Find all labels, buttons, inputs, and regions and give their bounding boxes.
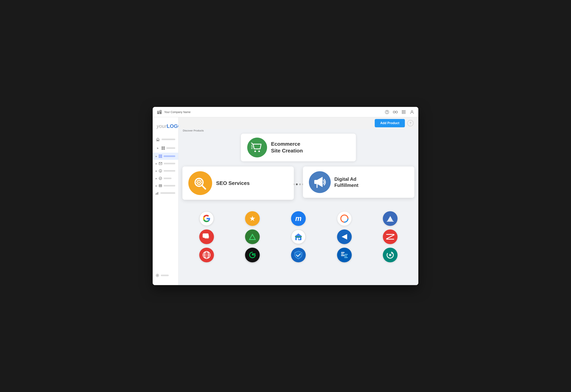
svg-point-53 [198,182,200,183]
logo-your: your [157,123,167,129]
header-help-icon[interactable]: ? [407,120,414,126]
seo-title: SEO Services [216,180,250,186]
brand-star[interactable]: ★ [245,211,260,226]
user-icon[interactable] [410,110,414,114]
svg-rect-16 [157,140,158,141]
svg-rect-6 [402,110,403,111]
sidebar-item-check[interactable]: ▶ [153,175,178,182]
sidebar-item-grid[interactable]: ▶ [153,144,178,152]
svg-rect-3 [160,111,161,112]
middle-row: SEO Services [182,165,414,204]
sidebar-item-settings[interactable] [153,272,178,279]
sidebar-item-home[interactable] [153,135,178,143]
svg-rect-73 [299,238,300,239]
svg-rect-20 [163,148,165,150]
sidebar-settings-label [161,275,169,276]
svg-rect-42 [158,192,158,195]
star-symbol: ★ [249,214,255,223]
sidebar-item-dollar[interactable]: ▶ $ [153,167,178,174]
svg-line-51 [202,185,205,189]
svg-rect-8 [405,110,406,111]
brand-semrush[interactable] [337,211,352,226]
svg-point-45 [254,151,256,152]
table-icon [162,146,165,150]
sidebar-item-counter[interactable]: ▶ [153,182,178,189]
svg-rect-72 [297,238,298,240]
sidebar-bottom [153,270,178,281]
svg-rect-28 [160,157,161,158]
svg-rect-25 [160,156,161,157]
svg-rect-79 [386,239,394,239]
svg-rect-2 [158,112,159,112]
z-icon [386,233,394,240]
brand-globe[interactable] [199,248,214,262]
top-bar-left: Your Company Name [157,110,191,114]
sidebar-item-mail[interactable]: ▶ [153,160,178,167]
svg-rect-17 [162,146,163,148]
help-icon[interactable] [385,110,389,114]
svg-marker-75 [342,234,347,239]
shield-icon-svg [294,251,302,259]
dot-3-active [296,183,298,185]
arrow-icon [341,233,348,240]
infinity-icon[interactable] [393,110,398,114]
svg-rect-22 [160,155,161,155]
brand-aritic[interactable] [383,211,398,226]
check-icon [159,177,162,180]
grid-icon[interactable] [401,110,406,114]
brand-google[interactable] [199,211,214,226]
brand-zira[interactable] [383,248,398,262]
svg-rect-18 [163,146,165,148]
sidebar-mail-label [164,163,175,164]
triangle-icon [248,233,257,241]
seo-card[interactable]: SEO Services [182,167,294,200]
main-content: Add Product ? Discover Products [179,117,418,285]
ecommerce-icon [247,138,267,157]
svg-rect-41 [157,193,157,195]
brand-chat[interactable] [199,229,214,244]
sidebar-counter-label [164,185,175,186]
svg-rect-11 [405,112,406,113]
svg-rect-9 [402,112,403,113]
brand-shield[interactable] [291,248,306,262]
svg-rect-19 [162,148,163,150]
svg-line-59 [200,184,201,184]
home-icon [156,137,160,141]
company-icon [157,110,162,114]
svg-point-5 [387,113,387,113]
svg-rect-29 [161,157,162,158]
sidebar: yourLOGO ▶ [153,117,179,285]
dollar-arrow: ▶ [156,170,157,172]
brand-promptly[interactable] [337,229,352,244]
brand-moz[interactable]: m [291,211,306,226]
add-product-button[interactable]: Add Product [375,119,405,127]
sidebar-item-chart[interactable] [153,189,178,196]
brand-gmb[interactable] [291,229,306,244]
products-scroll-area: Discover Products [179,129,418,269]
ecommerce-card-container: EcommerceSite Creation [182,134,414,161]
svg-line-58 [197,180,198,181]
svg-rect-13 [403,113,404,114]
chart-icon [156,191,159,195]
top-bar-right [385,110,414,114]
digital-ad-card[interactable]: Digital AdFulfillment [303,167,414,198]
sidebar-check-label [164,178,171,179]
sidebar-item-apps[interactable]: ▶ [153,153,178,160]
zira-icon [386,251,395,260]
brand-zoho[interactable] [383,229,398,244]
brand-godaddy[interactable] [245,248,260,262]
brand-exchange[interactable] [337,248,352,262]
dollar-icon: $ [159,169,162,172]
store-icon [294,233,302,241]
ecommerce-card[interactable]: EcommerceSite Creation [241,134,356,161]
svg-rect-67 [205,235,209,238]
svg-rect-27 [159,157,160,158]
logo: yourLOGO [157,123,174,129]
brand-icons-grid: ★ m [182,208,414,266]
brand-vuetify[interactable] [245,229,260,244]
sidebar-dollar-label [164,170,175,172]
svg-text:$: $ [160,170,161,172]
svg-line-60 [200,180,201,181]
svg-rect-77 [386,234,394,235]
sidebar-nav: ▶ ▶ [153,135,178,196]
